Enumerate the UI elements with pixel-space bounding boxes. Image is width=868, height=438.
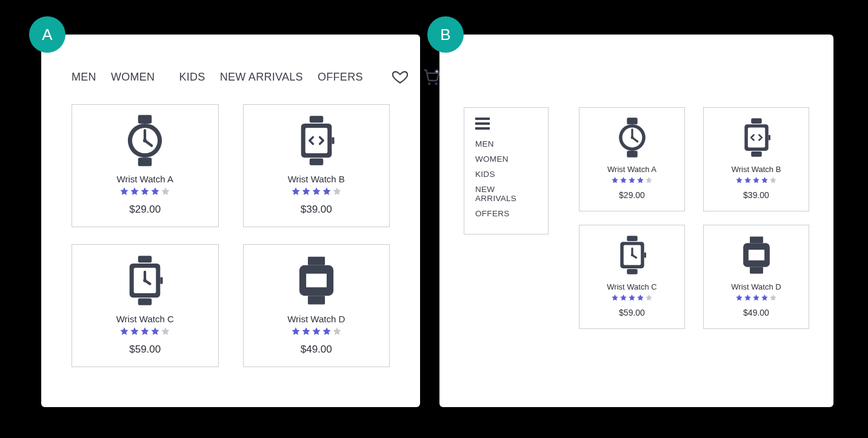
product-card[interactable]: Wrist Watch A $29.00 bbox=[579, 107, 685, 211]
product-name: Wrist Watch C bbox=[116, 314, 174, 324]
side-nav-kids[interactable]: KIDS bbox=[475, 170, 537, 179]
product-price: $29.00 bbox=[129, 204, 161, 216]
side-nav-new-arrivals[interactable]: NEW ARRIVALS bbox=[475, 185, 537, 203]
wishlist-button[interactable] bbox=[392, 69, 408, 85]
product-price: $39.00 bbox=[301, 204, 332, 216]
product-rating bbox=[735, 176, 777, 184]
side-nav-women[interactable]: WOMEN bbox=[475, 154, 537, 164]
product-name: Wrist Watch B bbox=[288, 174, 345, 184]
product-rating bbox=[119, 327, 170, 336]
product-card[interactable]: Wrist Watch C $59.00 bbox=[579, 225, 685, 329]
product-name: Wrist Watch A bbox=[607, 165, 656, 174]
product-card[interactable]: Wrist Watch C $59.00 bbox=[72, 244, 219, 367]
product-card[interactable]: Wrist Watch D $49.00 bbox=[243, 244, 390, 367]
watch-square-code-icon bbox=[735, 116, 778, 159]
product-card[interactable]: Wrist Watch B $39.00 bbox=[703, 107, 809, 211]
product-price: $59.00 bbox=[619, 308, 645, 317]
layout-variant-b: B MEN WOMEN KIDS NEW ARRIVALS OFFERS Wri… bbox=[439, 35, 833, 407]
product-name: Wrist Watch B bbox=[732, 165, 781, 174]
variant-badge-b: B bbox=[427, 16, 464, 53]
product-price: $49.00 bbox=[301, 343, 332, 356]
watch-round-icon bbox=[611, 116, 653, 159]
watch-round-icon bbox=[118, 113, 172, 168]
product-price: $59.00 bbox=[129, 343, 161, 356]
product-card[interactable]: Wrist Watch B $39.00 bbox=[243, 104, 390, 227]
hamburger-icon bbox=[475, 118, 490, 120]
menu-toggle-button[interactable] bbox=[475, 118, 537, 130]
product-price: $29.00 bbox=[619, 190, 645, 200]
side-nav-men[interactable]: MEN bbox=[475, 139, 537, 148]
product-name: Wrist Watch D bbox=[731, 282, 781, 291]
top-nav: MEN WOMEN KIDS NEW ARRIVALS OFFERS bbox=[72, 62, 390, 104]
product-grid-b: Wrist Watch A $29.00 Wrist Watch B $39.0… bbox=[579, 107, 809, 329]
product-grid-a: Wrist Watch A $29.00 Wrist Watch B $39.0… bbox=[72, 104, 390, 367]
side-menu: MEN WOMEN KIDS NEW ARRIVALS OFFERS bbox=[464, 107, 549, 234]
product-name: Wrist Watch A bbox=[117, 174, 173, 184]
heart-icon bbox=[392, 69, 408, 85]
nav-men[interactable]: MEN bbox=[72, 71, 96, 84]
nav-offers[interactable]: OFFERS bbox=[318, 71, 363, 84]
product-price: $39.00 bbox=[743, 190, 769, 200]
variant-badge-a: A bbox=[29, 16, 65, 53]
nav-women[interactable]: WOMEN bbox=[111, 71, 155, 84]
watch-square-hands-icon bbox=[611, 234, 653, 276]
product-rating bbox=[611, 294, 653, 302]
cart-icon bbox=[422, 68, 441, 86]
watch-block-icon bbox=[735, 234, 778, 276]
product-card[interactable]: Wrist Watch D $49.00 bbox=[703, 225, 809, 329]
watch-square-code-icon bbox=[289, 113, 344, 168]
nav-new-arrivals[interactable]: NEW ARRIVALS bbox=[220, 71, 303, 84]
nav-kids[interactable]: KIDS bbox=[179, 71, 205, 84]
cart-button[interactable] bbox=[422, 68, 441, 86]
product-name: Wrist Watch C bbox=[607, 282, 656, 291]
product-rating bbox=[735, 294, 777, 302]
product-rating bbox=[119, 187, 170, 196]
side-nav-offers[interactable]: OFFERS bbox=[475, 209, 537, 218]
product-price: $49.00 bbox=[743, 308, 769, 317]
product-rating bbox=[291, 187, 342, 196]
product-card[interactable]: Wrist Watch A $29.00 bbox=[72, 104, 219, 227]
product-name: Wrist Watch D bbox=[287, 314, 345, 324]
watch-block-icon bbox=[289, 253, 344, 308]
layout-variant-a: A MEN WOMEN KIDS NEW ARRIVALS OFFERS Wri… bbox=[41, 35, 420, 407]
product-rating bbox=[291, 327, 342, 336]
watch-square-hands-icon bbox=[118, 253, 172, 308]
product-rating bbox=[611, 176, 653, 184]
